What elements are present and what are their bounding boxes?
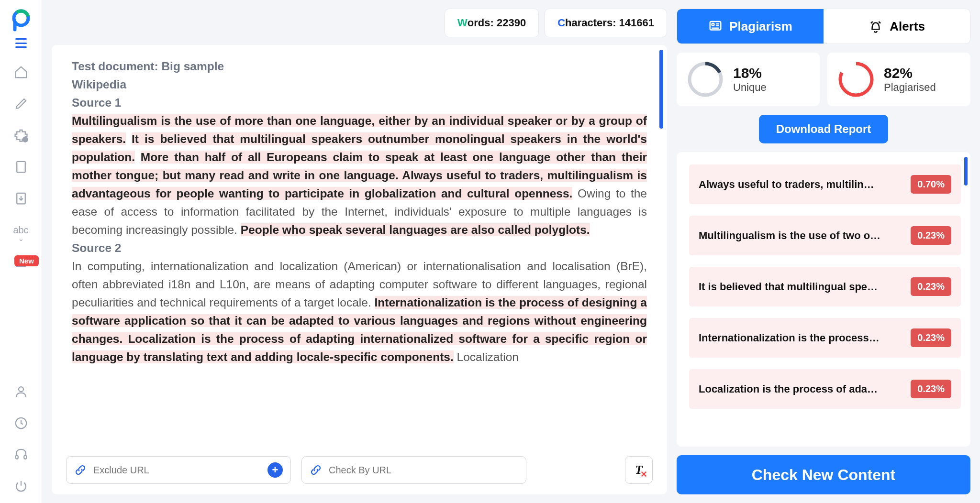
results-list: Always useful to traders, multilin…0.70%… [677, 152, 970, 447]
file-download-icon[interactable] [14, 191, 28, 206]
app-logo[interactable] [7, 6, 35, 34]
svg-rect-4 [17, 162, 25, 173]
result-item[interactable]: It is believed that multilingual spe…0.2… [689, 267, 961, 306]
download-report-button[interactable]: Download Report [759, 115, 889, 143]
word-count: Words: 22390 [445, 9, 539, 37]
result-tabs: Plagiarism Alerts [677, 9, 970, 44]
svg-point-15 [712, 23, 714, 26]
scrollbar[interactable] [659, 50, 663, 129]
result-item[interactable]: Always useful to traders, multilin…0.70% [689, 164, 961, 204]
document-editor[interactable]: Test document: Big sample Wikipedia Sour… [52, 45, 667, 494]
result-item[interactable]: Localization is the process of ada…0.23% [689, 369, 961, 409]
power-icon[interactable] [14, 479, 28, 493]
new-badge: New [14, 255, 39, 266]
add-exclude-button[interactable]: + [267, 462, 283, 478]
source-1-label: Source 1 [72, 94, 647, 112]
results-panel: Plagiarism Alerts 18%Unique 82%Plagiaris… [677, 0, 980, 503]
svg-point-10 [19, 387, 23, 392]
svg-text:+: + [24, 138, 26, 142]
document-icon[interactable] [14, 160, 28, 174]
check-url-field[interactable] [329, 465, 518, 476]
exclude-url-field[interactable] [93, 465, 261, 476]
clear-text-button[interactable]: T✕ [625, 456, 653, 484]
tab-alerts[interactable]: Alerts [824, 9, 970, 44]
scrollbar[interactable] [964, 157, 968, 186]
exclude-url-input[interactable]: + [66, 456, 291, 484]
edit-icon[interactable] [14, 97, 28, 111]
top-stats: Words: 22390 Characters: 141661 [52, 9, 667, 37]
doc-subtitle: Wikipedia [72, 76, 647, 94]
plagiarised-gauge: 82%Plagiarised [827, 53, 970, 106]
spellcheck-icon[interactable]: abc [14, 223, 28, 237]
extension-icon[interactable]: + [14, 128, 28, 142]
check-url-input[interactable] [301, 456, 526, 484]
check-new-content-button[interactable]: Check New Content [677, 455, 970, 494]
doc-paragraph: Multilingualism is the use of more than … [72, 112, 647, 239]
hamburger-menu-icon[interactable] [15, 38, 27, 48]
doc-paragraph: In computing, internationalization and l… [72, 257, 647, 366]
result-item[interactable]: Internationalization is the process…0.23… [689, 318, 961, 358]
doc-title: Test document: Big sample [72, 57, 647, 76]
doc-footer: + T✕ [52, 446, 667, 494]
source-2-label: Source 2 [72, 239, 647, 257]
result-item[interactable]: Multilingualism is the use of two o…0.23… [689, 216, 961, 255]
sidebar: + abc New [0, 0, 42, 503]
history-icon[interactable] [14, 416, 28, 430]
home-icon[interactable] [14, 65, 28, 79]
unique-gauge: 18%Unique [677, 53, 820, 106]
svg-rect-13 [24, 455, 26, 459]
user-icon[interactable] [14, 384, 28, 399]
main-panel: Words: 22390 Characters: 141661 Test doc… [42, 0, 677, 503]
support-icon[interactable] [14, 448, 28, 462]
tab-plagiarism[interactable]: Plagiarism [677, 9, 824, 44]
svg-rect-12 [15, 455, 18, 459]
char-count: Characters: 141661 [545, 9, 667, 37]
